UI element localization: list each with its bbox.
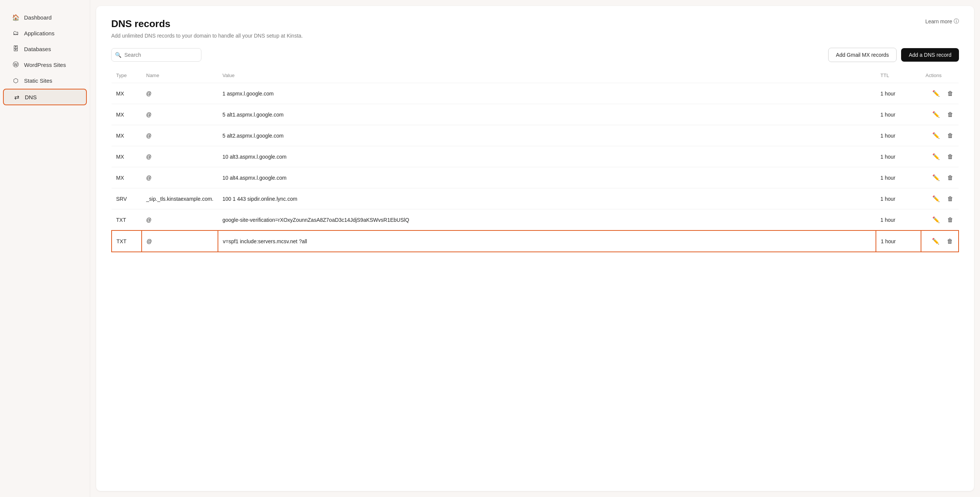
- cell-value: v=spf1 include:servers.mcsv.net ?all: [218, 231, 876, 252]
- cell-actions: ✏️ 🗑: [921, 83, 959, 104]
- search-icon: 🔍: [115, 52, 121, 58]
- cell-type: SRV: [111, 188, 142, 209]
- delete-button[interactable]: 🗑: [947, 174, 954, 182]
- cell-type: TXT: [111, 231, 142, 252]
- edit-button[interactable]: ✏️: [932, 173, 940, 182]
- cell-actions: ✏️ 🗑: [921, 125, 959, 146]
- table-row: MX @ 5 alt2.aspmx.l.google.com 1 hour ✏️…: [111, 125, 959, 146]
- cell-ttl: 1 hour: [876, 104, 921, 125]
- cell-actions: ✏️ 🗑: [921, 209, 959, 231]
- cell-actions: ✏️ 🗑: [921, 104, 959, 125]
- cell-ttl: 1 hour: [876, 167, 921, 188]
- search-wrapper: 🔍: [111, 48, 201, 62]
- edit-button[interactable]: ✏️: [932, 89, 940, 98]
- cell-ttl: 1 hour: [876, 125, 921, 146]
- wordpress-sites-icon: Ⓦ: [12, 61, 19, 68]
- sidebar-item-label: Dashboard: [24, 14, 51, 21]
- edit-button[interactable]: ✏️: [932, 131, 940, 140]
- cell-type: MX: [111, 125, 142, 146]
- table-row: MX @ 10 alt3.aspmx.l.google.com 1 hour ✏…: [111, 146, 959, 167]
- sidebar-item-label: WordPress Sites: [24, 62, 66, 68]
- cell-name: @: [142, 209, 218, 231]
- table-row: MX @ 1 aspmx.l.google.com 1 hour ✏️ 🗑: [111, 83, 959, 104]
- table-row: TXT @ v=spf1 include:servers.mcsv.net ?a…: [111, 231, 959, 252]
- sidebar-item-label: Applications: [24, 30, 54, 37]
- cell-type: MX: [111, 104, 142, 125]
- delete-button[interactable]: 🗑: [947, 110, 954, 119]
- cell-name: @: [142, 125, 218, 146]
- static-sites-icon: ⬡: [12, 77, 19, 84]
- delete-button[interactable]: 🗑: [946, 237, 954, 245]
- cell-type: MX: [111, 146, 142, 167]
- edit-button[interactable]: ✏️: [932, 215, 940, 224]
- delete-button[interactable]: 🗑: [947, 195, 954, 203]
- sidebar-item-dashboard[interactable]: 🏠 Dashboard: [3, 10, 87, 25]
- cell-value: 5 alt1.aspmx.l.google.com: [218, 104, 876, 125]
- info-icon: ⓘ: [954, 18, 959, 25]
- col-header-type: Type: [111, 73, 142, 83]
- cell-ttl: 1 hour: [876, 209, 921, 231]
- cell-actions: ✏️ 🗑: [921, 188, 959, 209]
- btn-group: Add Gmail MX records Add a DNS record: [828, 48, 959, 62]
- cell-type: TXT: [111, 209, 142, 231]
- edit-button[interactable]: ✏️: [931, 237, 940, 245]
- dns-table: Type Name Value TTL Actions MX @ 1 aspmx…: [111, 73, 959, 252]
- cell-actions: ✏️ 🗑: [921, 231, 959, 252]
- learn-more-label: Learn more: [925, 18, 952, 24]
- cell-actions: ✏️ 🗑: [921, 146, 959, 167]
- add-gmail-mx-button[interactable]: Add Gmail MX records: [828, 48, 897, 62]
- cell-type: MX: [111, 83, 142, 104]
- cell-ttl: 1 hour: [876, 83, 921, 104]
- cell-type: MX: [111, 167, 142, 188]
- cell-ttl: 1 hour: [876, 146, 921, 167]
- cell-value: 10 alt3.aspmx.l.google.com: [218, 146, 876, 167]
- cell-name: @: [142, 146, 218, 167]
- edit-button[interactable]: ✏️: [932, 194, 940, 203]
- table-body: MX @ 1 aspmx.l.google.com 1 hour ✏️ 🗑 MX…: [111, 83, 959, 252]
- sidebar-item-label: DNS: [25, 94, 37, 100]
- learn-more-link[interactable]: Learn more ⓘ: [925, 18, 959, 25]
- page-title: DNS records: [111, 18, 170, 30]
- delete-button[interactable]: 🗑: [947, 216, 954, 224]
- dashboard-icon: 🏠: [12, 14, 19, 21]
- cell-name: @: [142, 104, 218, 125]
- cell-ttl: 1 hour: [876, 231, 921, 252]
- main-content: DNS records Learn more ⓘ Add unlimited D…: [96, 6, 974, 491]
- sidebar-item-databases[interactable]: 🗄 Databases: [3, 41, 87, 56]
- add-dns-record-button[interactable]: Add a DNS record: [901, 48, 959, 62]
- sidebar-item-applications[interactable]: 🗂 Applications: [3, 25, 87, 41]
- delete-button[interactable]: 🗑: [947, 153, 954, 161]
- sidebar-item-label: Static Sites: [24, 78, 52, 84]
- sidebar-item-static-sites[interactable]: ⬡ Static Sites: [3, 73, 87, 88]
- delete-button[interactable]: 🗑: [947, 132, 954, 140]
- toolbar: 🔍 Add Gmail MX records Add a DNS record: [111, 48, 959, 62]
- col-header-actions: Actions: [921, 73, 959, 83]
- col-header-ttl: TTL: [876, 73, 921, 83]
- cell-value: 100 1 443 sipdir.online.lync.com: [218, 188, 876, 209]
- edit-button[interactable]: ✏️: [932, 110, 940, 119]
- applications-icon: 🗂: [12, 29, 19, 37]
- sidebar-item-wordpress-sites[interactable]: Ⓦ WordPress Sites: [3, 57, 87, 72]
- table-row: TXT @ google-site-verification=rXOxyZoun…: [111, 209, 959, 231]
- table-row: MX @ 10 alt4.aspmx.l.google.com 1 hour ✏…: [111, 167, 959, 188]
- cell-name: @: [142, 167, 218, 188]
- databases-icon: 🗄: [12, 45, 19, 53]
- sidebar-item-label: Databases: [24, 46, 51, 52]
- sidebar-item-dns[interactable]: ⇄ DNS: [3, 89, 87, 105]
- table-header: Type Name Value TTL Actions: [111, 73, 959, 83]
- cell-name: @: [142, 83, 218, 104]
- cell-ttl: 1 hour: [876, 188, 921, 209]
- sidebar: 🏠 Dashboard 🗂 Applications 🗄 Databases Ⓦ…: [0, 0, 90, 497]
- search-input[interactable]: [111, 48, 201, 62]
- edit-button[interactable]: ✏️: [932, 152, 940, 161]
- col-header-value: Value: [218, 73, 876, 83]
- cell-actions: ✏️ 🗑: [921, 167, 959, 188]
- page-header: DNS records Learn more ⓘ: [111, 18, 959, 30]
- cell-value: 10 alt4.aspmx.l.google.com: [218, 167, 876, 188]
- dns-icon: ⇄: [13, 93, 20, 101]
- page-subtitle: Add unlimited DNS records to your domain…: [111, 33, 959, 39]
- cell-name: _sip._tls.kinstaexample.com.: [142, 188, 218, 209]
- table-row: SRV _sip._tls.kinstaexample.com. 100 1 4…: [111, 188, 959, 209]
- delete-button[interactable]: 🗑: [947, 89, 954, 98]
- col-header-name: Name: [142, 73, 218, 83]
